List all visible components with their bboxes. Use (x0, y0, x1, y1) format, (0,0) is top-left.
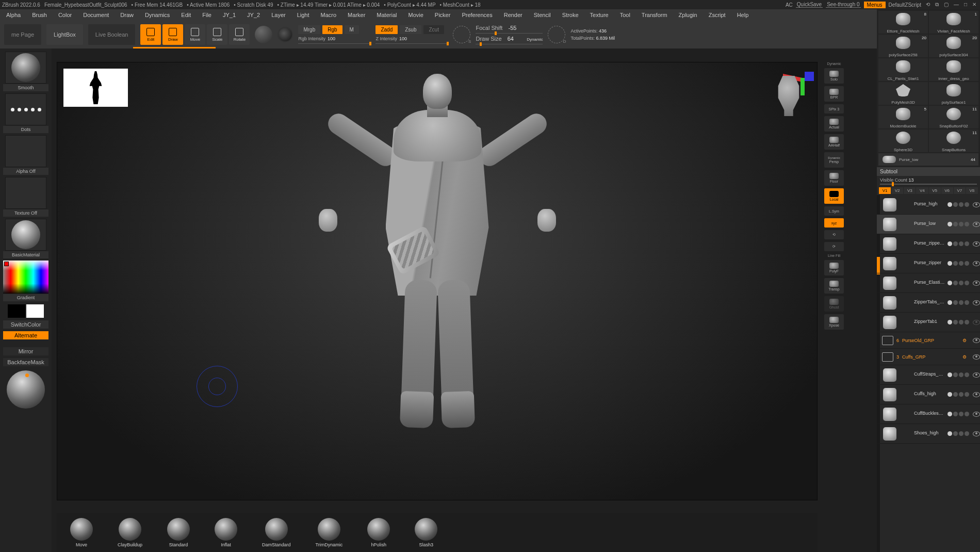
paint-toggle[interactable] (948, 372, 952, 377)
vtab[interactable]: V3 (904, 187, 916, 194)
visible-count-slider[interactable] (880, 184, 977, 185)
toggle-icon[interactable] (965, 261, 969, 266)
paint-toggle[interactable] (948, 431, 952, 436)
menu-item[interactable]: Light (297, 12, 309, 18)
menu-item[interactable]: Tool (620, 12, 630, 18)
backface-mask-button[interactable]: BackfaceMask (3, 358, 48, 366)
menu-item[interactable]: File (202, 12, 211, 18)
toggle-icon[interactable] (959, 412, 963, 416)
toggle-icon[interactable] (965, 320, 969, 324)
lightbox-button[interactable]: LightBox (46, 24, 83, 45)
axis-lock-ccw[interactable]: ⟳ (824, 242, 844, 251)
toggle-icon[interactable] (965, 222, 969, 226)
draw-mode-button[interactable]: Draw (162, 24, 183, 45)
alternate-button[interactable]: Alternate (3, 331, 48, 339)
transp-button[interactable]: Transp (824, 278, 844, 294)
menu-item[interactable]: Transform (642, 12, 667, 18)
brush-preset[interactable]: hPolish (367, 518, 390, 547)
subtool-item[interactable]: Purse_high (877, 195, 980, 215)
aahalf-button[interactable]: AAHalf (824, 134, 844, 150)
visible-count[interactable]: Visible Count 13 (877, 176, 980, 186)
zsub-button[interactable]: Zsub (400, 25, 421, 34)
library-item[interactable]: 8Ettore_FaceMesh (878, 11, 928, 34)
m-button[interactable]: M (345, 25, 359, 34)
toggle-icon[interactable] (959, 372, 963, 377)
stroke-slot[interactable]: Dots (3, 93, 48, 133)
visibility-eye-icon[interactable] (973, 281, 980, 286)
vtab[interactable]: V4 (916, 187, 928, 194)
viewport[interactable] (57, 62, 818, 500)
default-zscript[interactable]: DefaultZScript (889, 2, 921, 8)
toggle-icon[interactable] (959, 281, 963, 285)
toggle-icon[interactable] (965, 281, 969, 285)
alpha-slot[interactable]: Alpha Off (3, 135, 48, 175)
menu-item[interactable]: Render (504, 12, 522, 18)
zcut-button[interactable]: Zcut (423, 25, 444, 34)
visibility-eye-icon[interactable] (973, 222, 980, 227)
paint-toggle[interactable] (948, 392, 952, 397)
vtab[interactable]: V6 (941, 187, 953, 194)
visibility-eye-icon[interactable] (973, 338, 980, 343)
library-item[interactable]: 11SnapButtons (929, 129, 978, 152)
focal-shift-slider[interactable] (476, 33, 543, 34)
swatch-white[interactable] (26, 304, 44, 318)
vtab[interactable]: V5 (929, 187, 941, 194)
bpr-button[interactable]: BPR (824, 86, 844, 102)
color-picker[interactable]: Gradient (3, 261, 48, 301)
xpose-button[interactable]: Xpose (824, 314, 844, 330)
toggle-icon[interactable] (965, 412, 969, 416)
library-item[interactable]: 11SnapButtonF02 (929, 106, 978, 128)
dynamic-label[interactable]: Dynamic (527, 37, 543, 42)
gear-icon[interactable]: ⚙ (962, 338, 967, 343)
mrgb-button[interactable]: Mrgb (298, 25, 320, 34)
menu-item[interactable]: Macro (321, 12, 337, 18)
library-item-active[interactable]: Purse_low44 (878, 153, 978, 166)
toggle-icon[interactable] (953, 372, 958, 377)
z-intensity-value[interactable]: 100 (399, 36, 407, 41)
visibility-eye-icon[interactable] (973, 431, 980, 436)
menu-item[interactable]: Zscript (709, 12, 726, 18)
visibility-eye-icon[interactable] (973, 392, 980, 397)
draw-size-value[interactable]: 64 (508, 36, 514, 42)
visibility-eye-icon[interactable] (973, 320, 980, 325)
sculptris-button[interactable] (277, 27, 293, 42)
toggle-icon[interactable] (965, 392, 969, 397)
library-item[interactable]: 1Vivian_FaceMesh (929, 11, 978, 34)
ghost-button[interactable]: Ghost (824, 296, 844, 312)
toggle-icon[interactable] (953, 320, 958, 324)
vtab[interactable]: V7 (954, 187, 966, 194)
brush-preset[interactable]: Move (70, 518, 93, 547)
menu-item[interactable]: Document (83, 12, 109, 18)
maximize-icon[interactable]: □ (962, 2, 969, 8)
reference-thumbnail[interactable] (63, 69, 128, 107)
library-item[interactable]: PolyMesh3D (878, 82, 928, 105)
menu-item[interactable]: Movie (408, 12, 423, 18)
paint-toggle[interactable] (948, 320, 952, 324)
toggle-icon[interactable] (953, 412, 958, 416)
toggle-icon[interactable] (953, 392, 958, 397)
win-icon[interactable]: ⧉ (934, 2, 940, 8)
library-item[interactable]: CL_Pants_Start1 (878, 58, 928, 81)
polyf-button[interactable]: PolyF (824, 260, 844, 275)
visibility-eye-icon[interactable] (973, 354, 980, 360)
subtool-item[interactable]: Purse_ElasticStrap_high (877, 273, 980, 293)
menu-item[interactable]: Zplugin (679, 12, 697, 18)
persp-button[interactable]: DynamicPersp (824, 152, 844, 168)
subtool-item[interactable]: Purse_low (877, 215, 980, 234)
menu-item[interactable]: Edit (181, 12, 191, 18)
actual-button[interactable]: Actual (824, 116, 844, 132)
brush-preset[interactable]: DamStandard (262, 518, 291, 547)
vtab[interactable]: V8 (966, 187, 978, 194)
toggle-icon[interactable] (953, 261, 958, 266)
toggle-icon[interactable] (953, 222, 958, 226)
paint-toggle[interactable] (948, 222, 952, 226)
menu-item[interactable]: Alpha (6, 12, 21, 18)
brush-preset[interactable]: Standard (167, 518, 190, 547)
paint-toggle[interactable] (948, 300, 952, 305)
subtool-item[interactable]: Cuffs_high (877, 385, 980, 404)
rgb-intensity-value[interactable]: 100 (328, 36, 335, 41)
rotate-mode-button[interactable]: Rotate (229, 24, 250, 45)
toggle-icon[interactable] (965, 300, 969, 305)
subtool-item[interactable]: CuffStraps_high (877, 365, 980, 385)
toggle-icon[interactable] (953, 300, 958, 305)
